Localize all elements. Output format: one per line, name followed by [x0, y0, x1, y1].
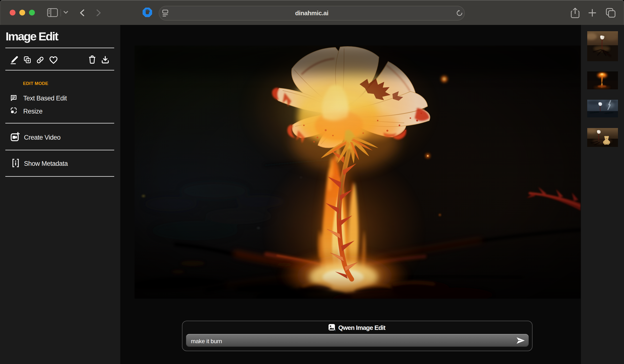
svg-text:2: 2 — [334, 329, 335, 331]
